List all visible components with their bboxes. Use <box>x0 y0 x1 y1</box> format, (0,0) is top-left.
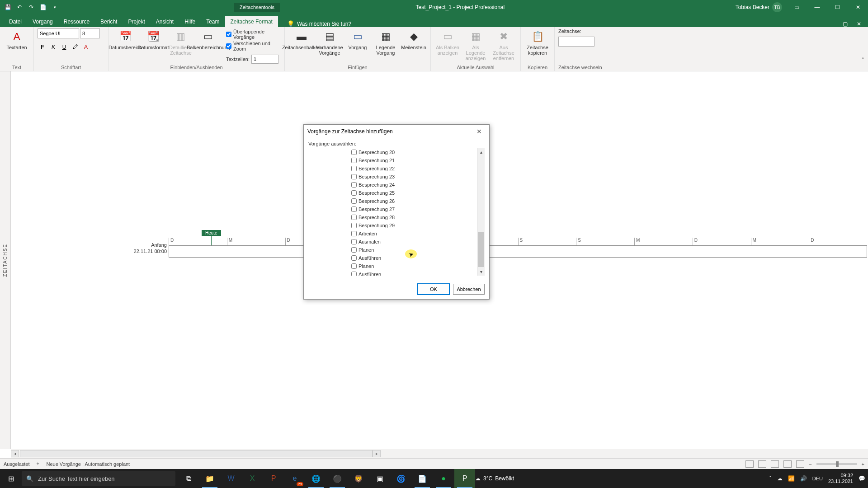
task-item[interactable]: Besprechung 20 <box>351 148 477 156</box>
task-checkbox[interactable] <box>351 150 357 155</box>
task-checkbox[interactable] <box>351 190 357 196</box>
user-account[interactable]: Tobias Becker TB <box>731 2 787 12</box>
task-checkbox[interactable] <box>351 272 357 276</box>
word-icon[interactable]: W <box>221 469 241 488</box>
dialog-close-button[interactable]: ✕ <box>473 127 486 136</box>
undo-icon[interactable]: ↶ <box>15 3 24 11</box>
maximize-icon[interactable]: ☐ <box>827 0 848 14</box>
horizontal-scrollbar[interactable]: ◂ ▸ <box>11 449 868 458</box>
taskbar-weather[interactable]: ☁ 3°C Bewölkt <box>475 475 514 482</box>
collapse-ribbon-icon[interactable]: ˄ <box>862 57 864 69</box>
task-checkbox[interactable] <box>351 263 357 269</box>
tray-chevron-icon[interactable]: ˄ <box>769 475 772 482</box>
zeitachsenbalken-button[interactable]: ▬ Zeitachsenbalken <box>288 28 315 51</box>
volume-icon[interactable]: 🔊 <box>800 475 807 482</box>
task-item[interactable]: Besprechung 29 <box>351 221 477 230</box>
dialog-titlebar[interactable]: Vorgänge zur Zeitachse hinzufügen ✕ <box>304 125 489 138</box>
app-generic-icon[interactable]: ▣ <box>369 469 390 488</box>
task-item[interactable]: Arbeiten <box>351 230 477 238</box>
task-item[interactable]: Besprechung 27 <box>351 205 477 213</box>
task-checkbox[interactable] <box>351 206 357 212</box>
vorhandene-button[interactable]: ▤ Vorhandene Vorgänge <box>316 28 343 56</box>
task-item[interactable]: Besprechung 22 <box>351 164 477 173</box>
task-list[interactable]: Besprechung 20Besprechung 21Besprechung … <box>308 148 477 276</box>
scrollbar-thumb[interactable] <box>478 232 484 267</box>
meilenstein-button[interactable]: ◆ Meilenstein <box>401 28 427 51</box>
view-report-icon[interactable] <box>796 460 804 468</box>
view-gantt-icon[interactable] <box>745 460 754 468</box>
task-item[interactable]: Ausführen <box>351 254 477 262</box>
bold-button[interactable]: F <box>38 42 47 52</box>
datumsformat-button[interactable]: 📆 Datumsformat <box>140 28 166 51</box>
ribbon-share-icon[interactable]: ▢ <box>843 21 848 27</box>
powerpoint-icon[interactable]: P <box>263 469 284 488</box>
timeline-sidebar[interactable]: ZEITACHSE <box>0 71 11 449</box>
excel-icon[interactable]: X <box>242 469 263 488</box>
task-checkbox[interactable] <box>351 223 357 228</box>
tab-ansicht[interactable]: Ansicht <box>151 16 179 27</box>
task-item[interactable]: Besprechung 21 <box>351 156 477 164</box>
task-item[interactable]: Planen <box>351 262 477 270</box>
vorgang-button[interactable]: ▭ Vorgang <box>344 28 371 51</box>
minimize-icon[interactable]: — <box>807 0 827 14</box>
zeitachse-kopieren-button[interactable]: 📋 Zeitachse kopieren <box>524 28 551 56</box>
ribbon-options-icon[interactable]: ▭ <box>787 0 807 14</box>
textarten-button[interactable]: A Textarten <box>4 28 30 51</box>
scroll-left-icon[interactable]: ◂ <box>11 450 19 457</box>
scroll-up-icon[interactable]: ▴ <box>477 148 485 156</box>
task-checkbox[interactable] <box>351 247 357 253</box>
tab-datei[interactable]: Datei <box>4 16 27 27</box>
save-icon[interactable]: 💾 <box>4 3 12 11</box>
tab-zeitachse-format[interactable]: Zeitachse Format <box>225 16 278 27</box>
task-checkbox[interactable] <box>351 198 357 204</box>
taskbar-clock[interactable]: 09:32 23.11.2021 <box>828 473 853 484</box>
task-checkbox[interactable] <box>351 215 357 220</box>
view-calendar-icon[interactable] <box>758 460 766 468</box>
italic-button[interactable]: K <box>48 42 58 52</box>
task-checkbox[interactable] <box>351 174 357 179</box>
new-icon[interactable]: 📄 <box>39 3 47 11</box>
highlight-button[interactable]: 🖍 <box>70 42 80 52</box>
task-item[interactable]: Ausmalen <box>351 238 477 246</box>
view-network-icon[interactable] <box>771 460 779 468</box>
qat-more-icon[interactable]: ▾ <box>51 3 59 11</box>
chrome-icon[interactable]: 🌐 <box>306 469 326 488</box>
taskbar-search[interactable]: 🔍 Zur Suche Text hier eingeben <box>22 471 175 486</box>
legende-button[interactable]: ▦ Legende Vorgang <box>373 28 399 56</box>
zoom-out-icon[interactable]: − <box>809 461 811 467</box>
tab-hilfe[interactable]: Hilfe <box>179 16 201 27</box>
brave-icon[interactable]: 🦁 <box>348 469 369 488</box>
view-resource-icon[interactable] <box>783 460 792 468</box>
task-checkbox[interactable] <box>351 239 357 244</box>
explorer-icon[interactable]: 📁 <box>199 469 220 488</box>
task-item[interactable]: Besprechung 24 <box>351 181 477 189</box>
datumsbereich-button[interactable]: 📅 Datumsbereich <box>112 28 138 51</box>
task-item[interactable]: Besprechung 28 <box>351 213 477 221</box>
edge-icon[interactable]: 🌀 <box>391 469 411 488</box>
obs-icon[interactable]: ⚫ <box>327 469 348 488</box>
task-view-icon[interactable]: ⧉ <box>178 469 199 488</box>
task-checkbox[interactable] <box>351 231 357 236</box>
task-item[interactable]: Ausführen <box>351 270 477 276</box>
verschieben-check[interactable]: Verschieben und Zoom <box>226 40 281 52</box>
ok-button[interactable]: OK <box>418 284 449 295</box>
tell-me-search[interactable]: 💡 Was möchten Sie tun? <box>287 20 351 27</box>
task-item[interactable]: Besprechung 25 <box>351 189 477 197</box>
scroll-right-icon[interactable]: ▸ <box>373 450 381 457</box>
redo-icon[interactable]: ↷ <box>27 3 35 11</box>
task-checkbox[interactable] <box>351 158 357 163</box>
zoom-in-icon[interactable]: + <box>862 461 864 467</box>
balkenbez-button[interactable]: ▭ Balkenbezeichnung <box>195 28 222 51</box>
project-icon[interactable]: P <box>454 469 475 488</box>
underline-button[interactable]: U <box>59 42 69 52</box>
tab-projekt[interactable]: Projekt <box>123 16 150 27</box>
cancel-button[interactable]: Abbrechen <box>453 284 485 295</box>
spotify-icon[interactable]: ● <box>433 469 454 488</box>
tab-vorgang[interactable]: Vorgang <box>27 16 58 27</box>
task-item[interactable]: Besprechung 26 <box>351 197 477 205</box>
task-checkbox[interactable] <box>351 182 357 188</box>
ribbon-close-icon[interactable]: ✕ <box>857 21 861 27</box>
task-checkbox[interactable] <box>351 166 357 171</box>
task-item[interactable]: Planen <box>351 246 477 254</box>
onedrive-icon[interactable]: ☁ <box>777 475 783 482</box>
